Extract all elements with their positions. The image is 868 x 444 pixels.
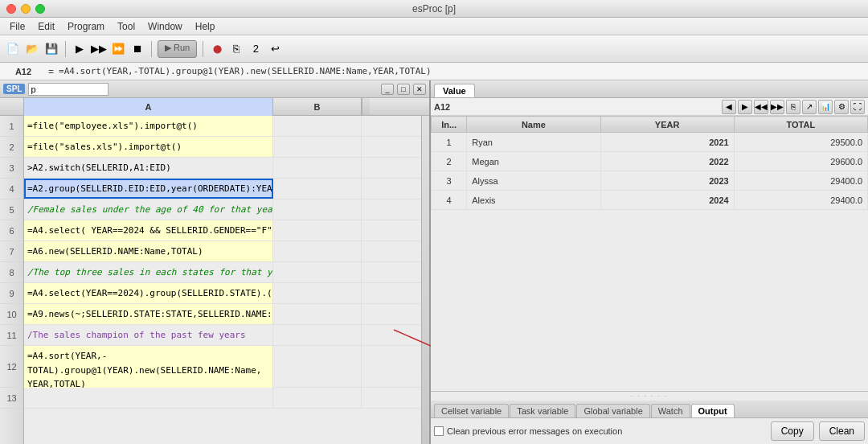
value-panel: Value A12 ◀ ▶ ◀◀ ▶▶ ⎘ ↗ 📊 ⚙ ⛶ In... xyxy=(431,80,868,444)
cell-b12[interactable] xyxy=(273,346,362,388)
cell-a10[interactable]: =A9.news(~;SELLERID.STATE:STATE,SELLERID… xyxy=(24,304,273,324)
nav-last-icon[interactable]: ▶▶ xyxy=(770,100,784,114)
run-button[interactable]: ▶ Run xyxy=(158,40,197,58)
col-header-in: In... xyxy=(432,117,467,133)
value-cell-ref: A12 xyxy=(434,102,466,112)
list-item: 4 Alexis 2024 29400.0 xyxy=(432,191,868,210)
settings-icon[interactable]: ⚙ xyxy=(834,100,849,114)
cell-b2[interactable] xyxy=(273,137,362,157)
cell-a2[interactable]: =file("sales.xls").import@t() xyxy=(24,137,273,157)
tab-value[interactable]: Value xyxy=(434,84,475,97)
menu-program[interactable]: Program xyxy=(61,19,111,34)
stop-icon[interactable]: ⏹ xyxy=(129,41,145,57)
close-button[interactable] xyxy=(6,4,16,14)
cell-a13[interactable] xyxy=(24,388,273,408)
col-header-a[interactable]: A xyxy=(24,98,273,116)
spl-filename-input[interactable] xyxy=(28,83,108,96)
scrollbar-vertical[interactable] xyxy=(421,116,429,444)
cell-a6[interactable]: =A4.select( YEAR==2024 && SELLERID.GENDE… xyxy=(24,220,273,240)
cell-b11[interactable] xyxy=(273,325,362,345)
cell-a8[interactable]: /The top three sales in each states for … xyxy=(24,262,273,282)
save-icon[interactable]: 💾 xyxy=(43,41,59,57)
cell-b9[interactable] xyxy=(273,283,362,303)
cell-a7[interactable]: =A6.new(SELLERID.NAME:Name,TOTAL) xyxy=(24,241,273,261)
tab-cellset-variable[interactable]: Cellset variable xyxy=(434,404,509,417)
value-table-container: In... Name YEAR TOTAL 1 Ryan 2021 29500.… xyxy=(431,116,868,391)
cell-b7[interactable] xyxy=(273,241,362,261)
sheet-column-headers: A B xyxy=(0,98,429,116)
cell-b10[interactable] xyxy=(273,304,362,324)
cell-b6[interactable] xyxy=(273,220,362,240)
restore-icon[interactable]: _ xyxy=(381,84,394,95)
formula-equals: = xyxy=(47,66,55,77)
nav-next-icon[interactable]: ▶ xyxy=(738,100,752,114)
new-file-icon[interactable]: 📄 xyxy=(5,41,21,57)
cell-b5[interactable] xyxy=(273,199,362,220)
list-item: 1 Ryan 2021 29500.0 xyxy=(432,133,868,152)
table-row: >A2.switch(SELLERID,A1:EID) xyxy=(24,158,421,179)
minimize-button[interactable] xyxy=(21,4,31,14)
clean-checkbox[interactable] xyxy=(434,426,444,436)
close-spl-icon[interactable]: ✕ xyxy=(413,84,426,95)
table-row: =file("employee.xls").import@t() xyxy=(24,116,421,137)
cell-b4[interactable] xyxy=(273,179,362,199)
cell-row3-in: 3 xyxy=(432,171,467,191)
maximize-spl-icon[interactable]: □ xyxy=(397,84,410,95)
row-num-1: 1 xyxy=(0,116,23,137)
cell-a1[interactable]: =file("employee.xls").import@t() xyxy=(24,116,273,136)
app-title: esProc [p] xyxy=(412,3,456,14)
copy-value-icon[interactable]: ⎘ xyxy=(786,100,800,114)
open-file-icon[interactable]: 📂 xyxy=(24,41,40,57)
cell-b3[interactable] xyxy=(273,158,362,178)
bottom-dots-divider: · · · · · · xyxy=(431,392,868,401)
value-header-icons: ◀ ▶ ◀◀ ▶▶ ⎘ ↗ 📊 ⚙ ⛶ xyxy=(722,100,865,114)
cell-b8[interactable] xyxy=(273,262,362,282)
expand-icon[interactable]: ⛶ xyxy=(850,100,865,114)
tab-output[interactable]: Output xyxy=(691,404,735,417)
play-icon[interactable]: ▶ xyxy=(72,41,88,57)
copy-button[interactable]: Copy xyxy=(771,421,814,441)
cell-a11[interactable]: /The sales champion of the past few year… xyxy=(24,325,273,345)
bottom-tab-bar: Cellset variable Task variable Global va… xyxy=(431,401,868,418)
value-tab-bar: Value xyxy=(431,80,868,98)
cell-b1[interactable] xyxy=(273,116,362,136)
menu-tool[interactable]: Tool xyxy=(111,19,141,34)
cell-a5[interactable]: /Female sales under the age of 40 for th… xyxy=(24,199,273,220)
cell-a12[interactable]: =A4.sort(YEAR,-TOTAL).group@1(YEAR).new(… xyxy=(24,346,273,388)
menu-edit[interactable]: Edit xyxy=(31,19,61,34)
undo-icon[interactable]: ↩ xyxy=(267,41,283,57)
cell-row1-year: 2021 xyxy=(600,133,734,152)
chart-icon[interactable]: 📊 xyxy=(818,100,833,114)
table-row: /Female sales under the age of 40 for th… xyxy=(24,199,421,220)
maximize-button[interactable] xyxy=(35,4,45,14)
clean-label-text: Clean previous error messages on executi… xyxy=(447,426,622,436)
tab-watch[interactable]: Watch xyxy=(651,404,690,417)
col-header-b[interactable]: B xyxy=(273,98,362,116)
cell-a3[interactable]: >A2.switch(SELLERID,A1:EID) xyxy=(24,158,273,178)
menu-file[interactable]: File xyxy=(3,19,31,34)
cell-a4[interactable]: =A2.group(SELLERID.EID:EID,year(ORDERDAT… xyxy=(24,179,273,199)
copy-icon[interactable]: ⎘ xyxy=(228,41,244,57)
step-icon[interactable]: ⏩ xyxy=(110,41,126,57)
cell-row4-total: 29400.0 xyxy=(734,191,867,210)
table-row: =A2.group(SELLERID.EID:EID,year(ORDERDAT… xyxy=(24,179,421,199)
menu-window[interactable]: Window xyxy=(141,19,189,34)
play-all-icon[interactable]: ▶▶ xyxy=(91,41,107,57)
clean-button[interactable]: Clean xyxy=(819,421,865,441)
menu-help[interactable]: Help xyxy=(189,19,222,34)
number-2-icon[interactable]: 2 xyxy=(248,41,264,57)
cell-a9[interactable]: =A4.select(YEAR==2024).group(SELLERID.ST… xyxy=(24,283,273,303)
row-num-9: 9 xyxy=(0,283,23,304)
table-row: =A4.select(YEAR==2024).group(SELLERID.ST… xyxy=(24,283,421,304)
table-row: /The sales champion of the past few year… xyxy=(24,325,421,346)
debug-red-icon[interactable]: ⬤ xyxy=(209,41,225,57)
tab-global-variable[interactable]: Global variable xyxy=(576,404,649,417)
tab-task-variable[interactable]: Task variable xyxy=(510,404,575,417)
nav-prev-icon[interactable]: ◀ xyxy=(722,100,736,114)
table-row: =A4.select( YEAR==2024 && SELLERID.GENDE… xyxy=(24,220,421,241)
cell-b13[interactable] xyxy=(273,388,362,408)
window-controls[interactable] xyxy=(6,4,45,14)
nav-first-icon[interactable]: ◀◀ xyxy=(754,100,768,114)
spl-panel: SPL _ □ ✕ A B 1 2 3 4 5 xyxy=(0,80,431,444)
export-icon[interactable]: ↗ xyxy=(802,100,817,114)
